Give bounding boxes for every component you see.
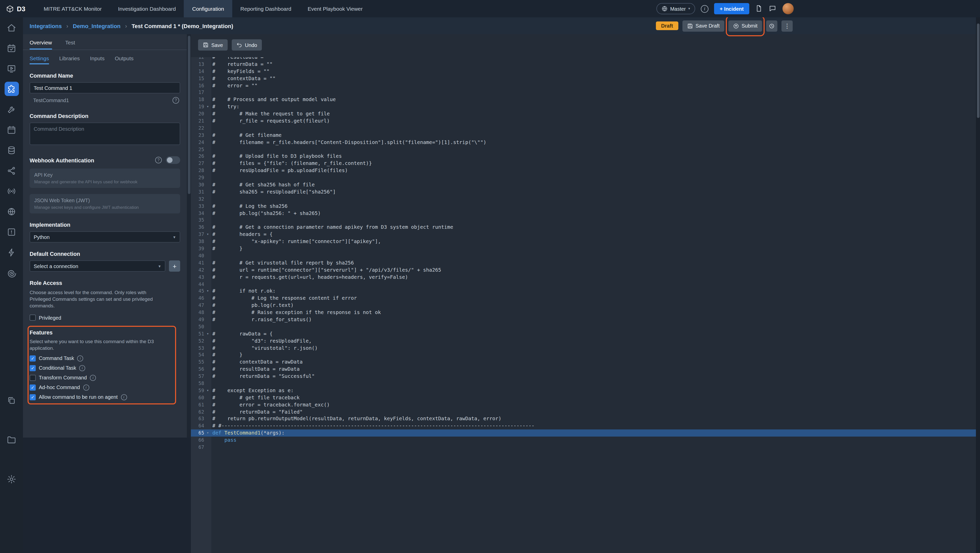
code-line[interactable]: 43# r = requests.get(url=url, headers=he… [191, 273, 976, 280]
code-line[interactable]: 46# # Log the response content if error [191, 295, 976, 302]
more-options-button[interactable]: ⋮ [781, 20, 793, 32]
tab-overview[interactable]: Overview [30, 39, 52, 49]
code-line[interactable]: 59▾# except Exception as e: [191, 387, 976, 394]
breadcrumb-link-integration[interactable]: Demo_Integration [73, 23, 121, 29]
subtab-settings[interactable]: Settings [30, 55, 49, 64]
code-line[interactable]: 37▾# headers = { [191, 231, 976, 238]
code-line[interactable]: 25 [191, 146, 976, 153]
master-dropdown[interactable]: Master ▾ [656, 3, 695, 14]
info-icon[interactable]: i [79, 365, 85, 371]
privileged-checkbox[interactable] [30, 315, 36, 321]
code-line[interactable]: 63# return pb.returnOutputModel(resultDa… [191, 415, 976, 422]
fold-chevron-icon[interactable]: ▾ [204, 103, 211, 110]
sidebar-item-folder[interactable] [0, 429, 23, 450]
help-icon[interactable]: ? [172, 97, 179, 104]
save-draft-button[interactable]: Save Draft [682, 20, 724, 32]
sidebar-item-database[interactable] [0, 140, 23, 160]
add-incident-button[interactable]: + Incident [714, 3, 749, 14]
code-line[interactable]: 38# "x-apikey": runtime["connector"]["ap… [191, 238, 976, 245]
code-line[interactable]: 31# sha265 = resUploadFile["sha256"] [191, 188, 976, 196]
code-line[interactable]: 30# # Get sha256 hash of file [191, 181, 976, 188]
sidebar-item-tools[interactable] [0, 99, 23, 120]
add-connection-button[interactable]: + [169, 260, 180, 272]
code-line[interactable]: 55# contextData = rawData [191, 359, 976, 366]
info-icon[interactable]: i [121, 394, 127, 400]
code-line[interactable]: 26# # Upload file to D3 playbook files [191, 153, 976, 160]
code-line[interactable]: 57# returnData = "Successful" [191, 373, 976, 380]
sidebar-item-calendar[interactable] [0, 120, 23, 140]
sidebar-item-bolt[interactable] [0, 242, 23, 263]
code-line[interactable]: 52# "d3": resUploadFile, [191, 337, 976, 344]
sidebar-item-play-screen[interactable] [0, 58, 23, 79]
sidebar-item-home[interactable] [0, 18, 23, 38]
code-line[interactable]: 27# files = {"file": (filename, r_file.c… [191, 160, 976, 167]
sidebar-item-spiral[interactable] [0, 263, 23, 283]
code-line[interactable]: 44 [191, 280, 976, 288]
nav-item-reporting-dashboard[interactable]: Reporting Dashboard [232, 0, 300, 18]
code-line[interactable]: 45▾# if not r.ok: [191, 288, 976, 295]
code-line[interactable]: 24# filename = r_file.headers["Content-D… [191, 139, 976, 146]
code-line[interactable]: 66 pass [191, 437, 976, 444]
code-line[interactable]: 53# "virustotal": r.json() [191, 344, 976, 352]
feature-checkbox[interactable] [30, 375, 36, 381]
form-panel-scrollbar[interactable] [187, 34, 191, 438]
sidebar-item-broadcast[interactable] [0, 181, 23, 201]
chat-icon[interactable] [769, 5, 777, 13]
submit-button[interactable]: Submit [729, 20, 762, 32]
fold-chevron-icon[interactable]: ▾ [204, 429, 211, 437]
implementation-select[interactable]: Python ▼ [30, 231, 180, 242]
subtab-outputs[interactable]: Outputs [115, 55, 134, 64]
default-connection-select[interactable]: Select a connection ▼ [30, 260, 165, 272]
breadcrumb-link-integrations[interactable]: Integrations [30, 23, 62, 29]
sidebar-item-calendar-check[interactable] [0, 38, 23, 58]
scrollbar-thumb[interactable] [977, 24, 979, 118]
nav-item-event-playbook-viewer[interactable]: Event Playbook Viewer [299, 0, 371, 18]
code-line[interactable]: 22 [191, 124, 976, 132]
command-description-input[interactable] [30, 123, 180, 145]
code-line[interactable]: 64# #-----------------------------------… [191, 422, 976, 430]
document-icon[interactable] [755, 5, 763, 13]
d3-logo[interactable]: D3 [0, 5, 35, 13]
feature-checkbox[interactable]: ✓ [30, 384, 36, 390]
code-line[interactable]: 21# r_file = requests.get(fileurl) [191, 118, 976, 124]
code-line[interactable]: 16# error = "" [191, 82, 976, 89]
code-line[interactable]: 17 [191, 89, 976, 96]
sidebar-item-gear[interactable] [0, 469, 23, 489]
code-line[interactable]: 54# } [191, 352, 976, 359]
command-name-input[interactable] [30, 82, 180, 94]
sidebar-item-copy[interactable] [0, 390, 23, 411]
code-line[interactable]: 19▾# try: [191, 103, 976, 110]
tab-test[interactable]: Test [65, 39, 75, 49]
scrollbar-thumb[interactable] [188, 36, 190, 194]
nav-item-configuration[interactable]: Configuration [184, 0, 232, 18]
feature-checkbox[interactable]: ✓ [30, 365, 36, 371]
code-line[interactable]: 39# } [191, 245, 976, 252]
fold-chevron-icon[interactable]: ▾ [204, 288, 211, 295]
webhook-auth-toggle[interactable] [166, 156, 180, 164]
code-line[interactable]: 67 [191, 444, 976, 451]
avatar[interactable] [783, 3, 794, 14]
code-line[interactable]: 61# error = traceback.format_exc() [191, 401, 976, 408]
feature-checkbox[interactable]: ✓ [30, 394, 36, 400]
code-line[interactable]: 51▾# rawData = { [191, 330, 976, 337]
code-line[interactable]: 50 [191, 323, 976, 330]
code-line[interactable]: 13# returnData = "" [191, 61, 976, 68]
code-line[interactable]: 14# keyFields = "" [191, 68, 976, 75]
sidebar-item-puzzle[interactable] [0, 79, 23, 99]
subtab-inputs[interactable]: Inputs [90, 55, 104, 64]
code-line[interactable]: 62# returnData = "Failed" [191, 408, 976, 415]
code-line[interactable]: 40 [191, 252, 976, 260]
page-scrollbar[interactable] [976, 18, 980, 553]
code-line[interactable]: 60# # get file traceback [191, 394, 976, 402]
fold-chevron-icon[interactable]: ▾ [204, 387, 211, 394]
fold-chevron-icon[interactable]: ▾ [204, 231, 211, 238]
history-button[interactable] [766, 20, 777, 32]
code-line[interactable]: 35 [191, 217, 976, 224]
code-editor[interactable]: 12# resultData = ""13# returnData = ""14… [191, 57, 976, 553]
code-line[interactable]: 12# resultData = "" [191, 57, 976, 61]
info-icon[interactable]: i [83, 384, 89, 390]
code-line[interactable]: 29 [191, 174, 976, 181]
sidebar-item-globe[interactable] [0, 201, 23, 222]
code-line[interactable]: 32 [191, 196, 976, 203]
code-line-active[interactable]: 65▾def TestCommand1(*args): [191, 429, 976, 437]
